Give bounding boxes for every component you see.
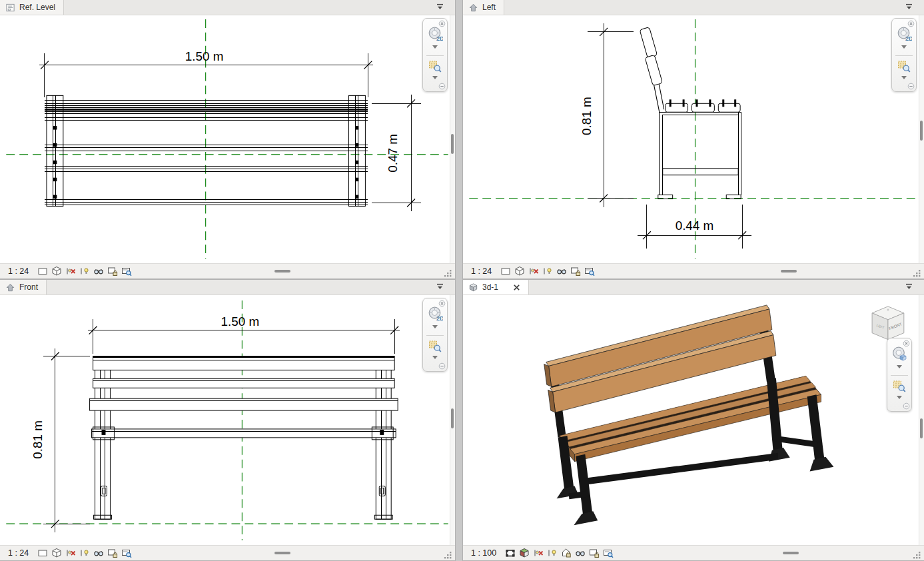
shadows-icon[interactable]: [542, 266, 553, 277]
drawing-area-front[interactable]: 1.50 m 0.81 m: [0, 295, 455, 545]
detail-level-icon[interactable]: [505, 548, 516, 558]
temporary-hide-isolate-icon[interactable]: [93, 548, 104, 558]
collapse-icon[interactable]: [438, 83, 446, 90]
crop-view-icon[interactable]: [570, 266, 581, 277]
horizontal-scrollbar[interactable]: [135, 546, 444, 560]
vertical-scrollbar[interactable]: [919, 295, 924, 545]
steering-wheel-2d-icon[interactable]: [896, 26, 912, 42]
drawing-area-3d[interactable]: LEFT FRONT: [463, 295, 924, 545]
bench-3d-model[interactable]: [544, 305, 834, 525]
scrollbar-thumb[interactable]: [781, 270, 797, 273]
temporary-hide-isolate-icon[interactable]: [93, 266, 104, 277]
chevron-down-icon[interactable]: [897, 396, 902, 402]
scrollbar-thumb[interactable]: [920, 418, 923, 438]
shadows-icon[interactable]: [547, 548, 558, 558]
collapse-icon[interactable]: [903, 402, 910, 410]
horizontal-scrollbar[interactable]: [135, 264, 444, 279]
collapse-icon[interactable]: [438, 362, 446, 370]
close-tab-icon[interactable]: [513, 284, 520, 291]
zoom-region-icon[interactable]: [428, 339, 442, 352]
vertical-scrollbar[interactable]: [919, 15, 924, 263]
bench-front-elevation[interactable]: [90, 356, 398, 520]
drawing-area-left[interactable]: 0.81 m: [463, 15, 924, 263]
view-list-menu-icon[interactable]: [905, 3, 913, 11]
view-cube[interactable]: LEFT FRONT: [872, 306, 904, 340]
scrollbar-thumb[interactable]: [451, 134, 454, 154]
chevron-down-icon[interactable]: [897, 365, 902, 371]
scale-button[interactable]: 1 : 24: [8, 267, 29, 276]
resize-grip[interactable]: [444, 269, 452, 278]
scale-button[interactable]: 1 : 24: [471, 267, 492, 276]
horizontal-scrollbar[interactable]: [617, 546, 913, 560]
sun-path-off-icon[interactable]: [528, 266, 539, 277]
collapse-icon[interactable]: [907, 83, 915, 90]
close-icon[interactable]: [907, 20, 915, 27]
scrollbar-thumb[interactable]: [783, 552, 799, 554]
visual-style-icon[interactable]: [51, 548, 62, 558]
visual-style-icon[interactable]: [519, 548, 530, 558]
sun-path-off-icon[interactable]: [533, 548, 544, 558]
scrollbar-thumb[interactable]: [274, 270, 290, 273]
visual-style-icon[interactable]: [51, 266, 62, 277]
tab-3d-1[interactable]: 3d-1: [463, 280, 529, 294]
drawing-area-plan[interactable]: 1.50 m: [0, 15, 455, 263]
sun-path-off-icon[interactable]: [65, 266, 76, 277]
scrollbar-thumb[interactable]: [451, 408, 454, 428]
detail-level-icon[interactable]: [500, 266, 511, 277]
chevron-down-icon[interactable]: [432, 76, 438, 82]
reveal-crop-region-icon[interactable]: [603, 548, 614, 558]
reveal-crop-region-icon[interactable]: [121, 548, 132, 558]
resize-grip[interactable]: [913, 551, 921, 560]
reveal-crop-region-icon[interactable]: [121, 266, 132, 277]
zoom-region-icon[interactable]: [428, 59, 442, 73]
vertical-scrollbar[interactable]: [450, 295, 455, 545]
vertical-scrollbar[interactable]: [450, 15, 455, 263]
chevron-down-icon[interactable]: [432, 356, 438, 362]
bench-side-profile[interactable]: [640, 27, 741, 199]
resize-grip[interactable]: [913, 269, 921, 278]
view-list-menu-icon[interactable]: [905, 283, 913, 290]
zoom-region-icon[interactable]: [897, 59, 911, 73]
view-list-menu-icon[interactable]: [436, 283, 444, 290]
dimension-height[interactable]: 0.81 m: [580, 23, 634, 208]
lock-3d-view-icon[interactable]: [561, 548, 572, 558]
steering-wheel-3d-icon[interactable]: [891, 346, 907, 362]
scrollbar-thumb[interactable]: [274, 552, 290, 554]
zoom-region-icon[interactable]: [893, 379, 906, 392]
temporary-hide-isolate-icon[interactable]: [575, 548, 586, 558]
dimension-depth[interactable]: 0.47 m: [372, 95, 421, 211]
horizontal-scrollbar[interactable]: [598, 264, 913, 279]
temporary-hide-isolate-icon[interactable]: [556, 266, 567, 277]
steering-wheel-2d-icon[interactable]: [427, 26, 443, 42]
dimension-width[interactable]: 1.50 m: [39, 49, 373, 98]
dimension-width[interactable]: 1.50 m: [88, 314, 400, 354]
sun-path-off-icon[interactable]: [65, 548, 76, 558]
tab-front[interactable]: Front: [0, 280, 47, 294]
dimension-height[interactable]: 0.81 m: [31, 348, 90, 533]
bench-plan-lines[interactable]: [45, 100, 368, 205]
crop-view-icon[interactable]: [107, 266, 118, 277]
tab-left[interactable]: Left: [463, 0, 504, 15]
shadows-icon[interactable]: [79, 266, 90, 277]
close-icon[interactable]: [438, 300, 446, 307]
reveal-crop-region-icon[interactable]: [584, 266, 595, 277]
close-icon[interactable]: [903, 340, 910, 347]
close-icon[interactable]: [438, 20, 446, 27]
tab-ref-level[interactable]: Ref. Level: [0, 0, 64, 15]
crop-view-icon[interactable]: [107, 548, 118, 558]
detail-level-icon[interactable]: [37, 548, 48, 558]
chevron-down-icon[interactable]: [901, 76, 907, 82]
steering-wheel-2d-icon[interactable]: [427, 306, 443, 322]
resize-grip[interactable]: [444, 551, 452, 560]
scale-button[interactable]: 1 : 24: [8, 548, 29, 558]
scale-button[interactable]: 1 : 100: [471, 548, 496, 558]
visual-style-icon[interactable]: [514, 266, 525, 277]
scrollbar-thumb[interactable]: [920, 121, 923, 141]
detail-level-icon[interactable]: [37, 266, 48, 277]
view-list-menu-icon[interactable]: [436, 3, 444, 11]
dimension-depth[interactable]: 0.44 m: [638, 205, 751, 249]
chevron-down-icon[interactable]: [901, 45, 907, 51]
chevron-down-icon[interactable]: [432, 325, 438, 331]
crop-view-icon[interactable]: [589, 548, 600, 558]
shadows-icon[interactable]: [79, 548, 90, 558]
